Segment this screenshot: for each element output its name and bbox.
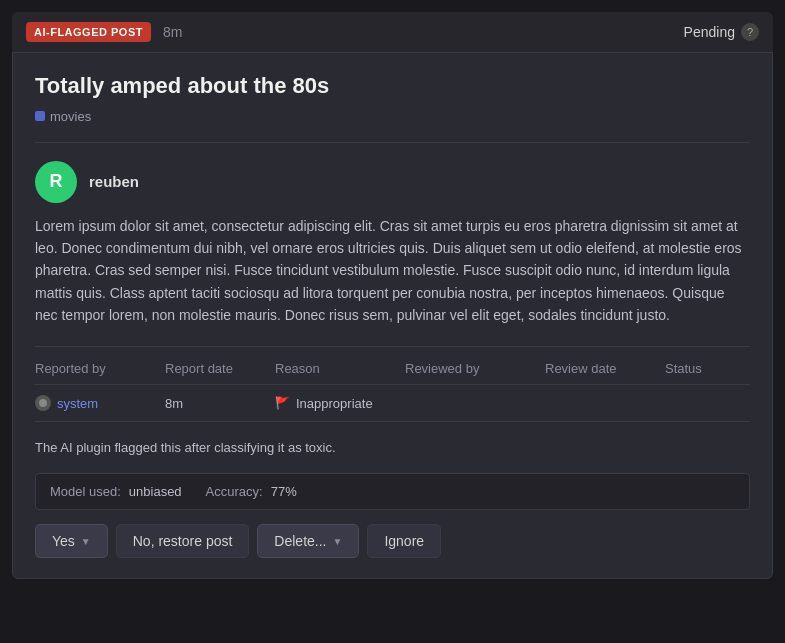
ignore-button[interactable]: Ignore: [367, 524, 441, 558]
top-bar: AI-FLAGGED POST 8m Pending ?: [12, 12, 773, 52]
page-wrapper: AI-FLAGGED POST 8m Pending ? Totally amp…: [12, 12, 773, 579]
top-bar-right: Pending ?: [684, 23, 759, 41]
model-label: Model used:: [50, 484, 121, 499]
action-bar: Yes ▼ No, restore post Delete... ▼ Ignor…: [35, 510, 750, 560]
col-report-date: Report date: [165, 361, 275, 376]
ai-flagged-badge: AI-FLAGGED POST: [26, 22, 151, 42]
post-category: movies: [35, 109, 91, 124]
no-restore-button[interactable]: No, restore post: [116, 524, 250, 558]
cell-report-date: 8m: [165, 396, 275, 411]
author-name: reuben: [89, 173, 139, 190]
accuracy-label: Accuracy:: [206, 484, 263, 499]
delete-label: Delete...: [274, 533, 326, 549]
category-label: movies: [50, 109, 91, 124]
post-body: R reuben Lorem ipsum dolor sit amet, con…: [35, 142, 750, 511]
delete-button[interactable]: Delete... ▼: [257, 524, 359, 558]
post-time: 8m: [163, 24, 182, 40]
help-icon[interactable]: ?: [741, 23, 759, 41]
col-reviewed-by: Reviewed by: [405, 361, 545, 376]
yes-label: Yes: [52, 533, 75, 549]
ignore-label: Ignore: [384, 533, 424, 549]
table-row: system 8m 🚩 Inappropriate: [35, 385, 750, 422]
post-content: Lorem ipsum dolor sit amet, consectetur …: [35, 215, 750, 327]
author-row: R reuben: [35, 161, 750, 203]
report-table: Reported by Report date Reason Reviewed …: [35, 346, 750, 422]
delete-chevron-icon: ▼: [333, 536, 343, 547]
flag-icon: 🚩: [275, 396, 290, 410]
accuracy-value: 77%: [271, 484, 297, 499]
category-icon: [35, 111, 45, 121]
yes-button[interactable]: Yes ▼: [35, 524, 108, 558]
reason-text: Inappropriate: [296, 396, 373, 411]
cell-reason: 🚩 Inappropriate: [275, 396, 405, 411]
report-table-header: Reported by Report date Reason Reviewed …: [35, 361, 750, 385]
system-avatar-icon: [35, 395, 51, 411]
top-bar-left: AI-FLAGGED POST 8m: [26, 22, 182, 42]
model-info-bar: Model used: unbiased Accuracy: 77%: [35, 473, 750, 510]
model-value: unbiased: [129, 484, 182, 499]
main-card: Totally amped about the 80s movies R reu…: [12, 52, 773, 579]
col-status: Status: [665, 361, 745, 376]
system-link[interactable]: system: [57, 396, 98, 411]
ai-note: The AI plugin flagged this after classif…: [35, 436, 750, 459]
yes-chevron-icon: ▼: [81, 536, 91, 547]
col-reason: Reason: [275, 361, 405, 376]
cell-reported-by: system: [35, 395, 165, 411]
no-restore-label: No, restore post: [133, 533, 233, 549]
avatar: R: [35, 161, 77, 203]
post-title: Totally amped about the 80s: [35, 73, 750, 99]
col-reported-by: Reported by: [35, 361, 165, 376]
col-review-date: Review date: [545, 361, 665, 376]
status-label: Pending: [684, 24, 735, 40]
